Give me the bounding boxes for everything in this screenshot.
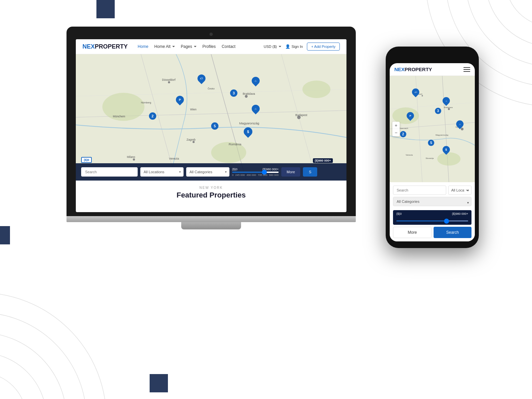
laptop-nav-right: USD ($) 👤 Sign In + Add Property [264,43,340,51]
featured-location: NEW YORK [81,186,341,190]
phone-category-wrapper: All Categories House [393,197,471,208]
phone-pin-home2[interactable]: ⌂ [456,120,464,128]
nav-link-pages[interactable]: Pages [181,44,197,49]
laptop-more-button[interactable]: More [281,167,300,177]
phone-price-range: ($)0 ($)980 000+ [393,210,471,225]
price-slider[interactable] [232,172,279,173]
phone-notch [419,53,446,61]
phone-logo-nex: NEX [394,66,405,72]
phone-pin-home1[interactable]: ⌂ [443,97,450,104]
location-select[interactable]: All Locations New York Los Angeles [140,167,184,177]
phone-category-select[interactable]: All Categories House [393,197,471,206]
laptop-search-input[interactable] [81,167,138,177]
price-range-control: ($)0 ($)980 000+ 0 245 000 490 000 735 0… [232,168,279,177]
phone-more-button[interactable]: More [393,227,432,238]
phone-search-top-row: All Locations New York [393,186,471,195]
category-select[interactable]: All Categories House Apartment [186,167,229,177]
nav-link-home[interactable]: Home [138,44,148,49]
map-pin-home1[interactable]: ⌂ [252,77,260,85]
laptop-base [66,216,356,222]
phone-pin-badge3[interactable]: 3 [435,108,441,114]
svg-text:Milano: Milano [127,155,135,159]
phone-device: NEXPROPERTY [386,47,479,248]
phone-pin-badge2[interactable]: 2 [400,131,406,137]
svg-text:Nürnberg: Nürnberg [141,101,151,104]
phone-price-labels: ($)0 ($)980 000+ [396,212,468,215]
phone-logo: NEXPROPERTY [394,66,432,72]
svg-point-8 [0,352,47,399]
bg-rect-top [96,0,115,18]
map-pin-badge3[interactable]: 3 [230,89,237,97]
laptop-camera [209,33,213,36]
phone-button-row: More Search [393,227,471,238]
signin-link[interactable]: 👤 Sign In [285,44,303,49]
svg-point-47 [461,128,464,130]
phone-pin-dollar[interactable]: $ [443,146,450,153]
laptop-nav-links: Home Home Alt Pages Profiles Contact [138,44,264,49]
svg-text:Düsseldorf: Düsseldorf [162,78,176,81]
map-pin-parking[interactable]: P [176,96,184,104]
phone-pin-tag[interactable]: 🏷 [412,88,419,96]
svg-point-1 [505,0,532,27]
laptop-frame: NEXPROPERTY Home Home Alt Pages Profiles… [66,27,356,216]
bg-rect-left [0,226,10,244]
svg-text:Venezia: Venezia [406,154,413,156]
zoom-out-button[interactable]: − [392,129,400,136]
phone-search-input[interactable] [393,186,446,195]
map-pin-dollar[interactable]: $ [244,127,252,136]
currency-selector[interactable]: USD ($) [264,45,281,49]
svg-text:Münchem: Münchem [113,115,125,118]
laptop-search-bar: All Locations New York Los Angeles All C… [76,163,346,181]
svg-text:Bratislava: Bratislava [444,106,453,108]
phone-location-select[interactable]: All Locations New York [448,186,471,195]
svg-point-44 [437,152,461,166]
phone-search-button[interactable]: Search [434,227,471,238]
map-pin-badge5[interactable]: 5 [211,122,218,130]
svg-text:Magyarország: Magyarország [239,121,259,125]
map-pin-tag[interactable]: 🏷 [198,74,205,82]
laptop-search-button[interactable]: S [303,167,317,177]
phone-map: Plzeň Bratislava Győr Österreich Magyaro… [390,76,475,182]
price-ticks: 0 245 000 490 000 735 000 980 000 [232,174,279,177]
svg-point-9 [0,332,66,399]
nav-link-contact[interactable]: Contact [222,44,235,49]
phone-price-max: ($)980 000+ [452,212,468,215]
circles-bottom-left [0,286,113,399]
svg-point-0 [525,0,532,7]
svg-text:Wien: Wien [190,108,197,111]
svg-text:Česko: Česko [207,87,214,90]
phone-logo-property: PROPERTY [405,66,432,72]
nav-link-homealt[interactable]: Home Alt [154,44,175,49]
phone-pin-badge5[interactable]: 5 [428,140,434,146]
logo-nex: NEX [82,43,95,50]
phone-price-min: ($)0 [396,212,402,215]
price-label-max: ($)980 000+ [313,158,333,163]
svg-point-20 [302,80,330,98]
svg-text:Zagreb: Zagreb [187,138,196,141]
phone-pin-parking[interactable]: P [407,112,414,119]
svg-point-2 [485,0,532,47]
map-pin-badge2[interactable]: 2 [149,112,156,120]
svg-text:Magyarország: Magyarország [436,134,448,136]
featured-title: Featured Properties [81,191,341,200]
svg-text:Österreich: Österreich [399,127,408,129]
map-pin-home2[interactable]: ⌂ [252,105,260,113]
phone-search-panel: All Locations New York All Categories Ho… [390,182,475,241]
phone-zoom-controls: + − [392,122,400,136]
add-property-button[interactable]: + Add Property [307,43,340,51]
nav-link-profiles[interactable]: Profiles [202,44,216,49]
category-select-wrapper: All Categories House Apartment [186,167,229,177]
phone-hamburger-menu[interactable] [464,67,470,72]
svg-text:Venezia: Venezia [169,157,179,160]
phone-frame: NEXPROPERTY [386,47,479,248]
laptop-featured-section: NEW YORK Featured Properties [76,181,346,205]
svg-point-45 [422,95,423,96]
phone-price-slider[interactable] [396,220,468,221]
laptop-map: Düsseldorf Bratislava Budapest Zagreb Mi… [76,54,346,181]
phone-location-wrapper: All Locations New York [448,186,471,195]
zoom-in-button[interactable]: + [392,122,400,129]
laptop-device: NEXPROPERTY Home Home Alt Pages Profiles… [66,27,356,229]
svg-point-11 [0,293,106,399]
svg-text:România: România [229,142,242,146]
svg-point-7 [0,372,27,399]
